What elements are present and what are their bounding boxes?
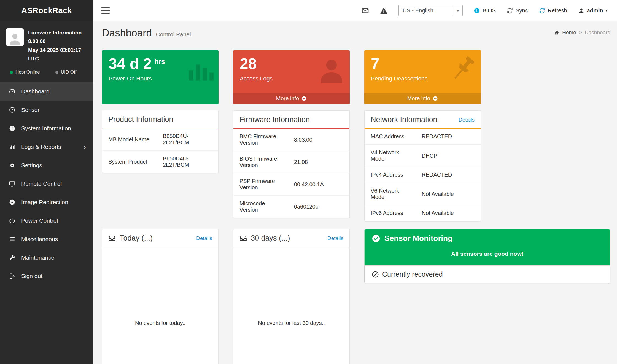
network-information-panel: Network Information Details MAC Address … <box>364 110 481 221</box>
chevron-right-icon: › <box>83 143 86 150</box>
page-subtitle: Control Panel <box>156 31 191 37</box>
sidebar-item-settings[interactable]: Settings <box>0 156 93 174</box>
deassertions-label: Pending Deassertions <box>371 75 474 82</box>
sidebar-menu: Dashboard Sensor System Information Logs… <box>0 82 93 285</box>
sync-icon <box>507 7 513 14</box>
firmware-information-table: BMC Firmware Version 8.03.00 BIOS Firmwa… <box>233 129 349 218</box>
language-select[interactable]: US - English ▾ <box>398 5 463 16</box>
product-information-table: MB Model Name B650D4U-2L2T/BCM System Pr… <box>102 128 218 173</box>
disc-icon <box>8 199 16 206</box>
avatar <box>6 28 24 46</box>
uid-status: UID Off <box>55 69 76 75</box>
sync-button[interactable]: Sync <box>507 7 528 14</box>
user-menu[interactable]: admin ▾ <box>578 7 608 14</box>
table-row: Microcode Version 0a60120c <box>233 196 349 218</box>
page-title: Dashboard <box>102 27 152 39</box>
arrow-circle-right-icon <box>301 96 307 101</box>
power-on-label: Power-On Hours <box>109 75 212 82</box>
refresh-button[interactable]: Refresh <box>539 7 567 14</box>
info-circle-icon <box>474 7 480 14</box>
table-row: MB Model Name B650D4U-2L2T/BCM <box>102 128 218 151</box>
chevron-down-icon: ▾ <box>453 5 462 16</box>
table-row: PSP Firmware Version 00.42.00.1A <box>233 173 349 196</box>
sidebar-item-dashboard[interactable]: Dashboard <box>0 82 93 101</box>
table-row: BMC Firmware Version 8.03.00 <box>233 129 349 151</box>
today-events-panel: Today (...) Details No events for today.… <box>102 229 219 364</box>
uid-off-dot-icon <box>55 71 58 74</box>
sidebar-item-sign-out[interactable]: Sign out <box>0 267 93 285</box>
events-row: Today (...) Details No events for today.… <box>102 229 610 364</box>
bios-button[interactable]: BIOS <box>474 7 496 14</box>
product-information-panel: Product Information MB Model Name B650D4… <box>102 110 219 173</box>
sidebar-item-logs-reports[interactable]: Logs & Reports › <box>0 137 93 156</box>
30-days-details-link[interactable]: Details <box>327 235 343 241</box>
power-on-unit: hrs <box>154 58 165 66</box>
power-on-value: 34 d 2 <box>109 56 152 72</box>
firmware-information-panel: Firmware Information BMC Firmware Versio… <box>233 110 350 218</box>
list-icon <box>8 236 16 242</box>
power-icon <box>8 217 16 224</box>
stat-cards-row: 34 d 2 hrs Power-On Hours 28 Acce <box>102 50 610 104</box>
firmware-information-title: Firmware Information <box>239 115 310 124</box>
gauge-icon <box>8 107 16 113</box>
30-days-events-title: 30 days (...) <box>251 234 290 242</box>
page-header: Dashboard Control Panel Home > Dashboard <box>102 27 610 39</box>
product-information-title: Product Information <box>108 115 173 124</box>
firmware-datetime: May 14 2025 03:01:17 UTC <box>28 46 88 63</box>
breadcrumb: Home > Dashboard <box>554 29 610 36</box>
user-icon <box>8 32 22 46</box>
breadcrumb-home[interactable]: Home <box>562 29 576 36</box>
firmware-version: 8.03.00 <box>28 37 88 45</box>
network-information-title: Network Information <box>371 115 437 124</box>
sidebar-item-system-information[interactable]: System Information <box>0 119 93 137</box>
table-row: V4 Network Mode DHCP <box>365 145 481 167</box>
breadcrumb-current: Dashboard <box>585 29 610 36</box>
sidebar: ASRockRack Firmware Information 8.03.00 … <box>0 0 93 364</box>
today-events-empty: No events for today.. <box>102 247 218 364</box>
app-window: ASRockRack Firmware Information 8.03.00 … <box>0 0 617 364</box>
sidebar-toggle-button[interactable] <box>101 7 110 14</box>
user-icon <box>578 7 584 14</box>
topbar: US - English ▾ BIOS Sync Refresh <box>93 0 617 21</box>
sidebar-item-power-control[interactable]: Power Control <box>0 211 93 230</box>
deassertions-more-info[interactable]: More info <box>364 93 481 104</box>
inbox-icon <box>108 234 116 242</box>
warning-icon[interactable] <box>380 7 387 14</box>
info-circle-icon <box>8 125 16 132</box>
check-circle-outline-icon <box>372 271 379 278</box>
sensor-monitoring-message: All sensors are good now! <box>365 244 610 265</box>
inbox-icon <box>239 234 247 242</box>
pending-deassertions-card: 7 Pending Deassertions More info <box>364 50 481 104</box>
deassertions-value: 7 <box>371 56 379 72</box>
info-panels-row: Product Information MB Model Name B650D4… <box>102 110 610 221</box>
arrow-circle-right-icon <box>433 96 438 101</box>
30-days-events-panel: 30 days (...) Details No events for last… <box>233 229 350 364</box>
firmware-information-link[interactable]: Firmware Information <box>28 28 88 37</box>
network-details-link[interactable]: Details <box>459 117 475 123</box>
bar-chart-icon <box>8 144 16 150</box>
wrench-icon <box>8 254 16 261</box>
access-logs-more-info[interactable]: More info <box>233 93 350 104</box>
power-on-hours-card: 34 d 2 hrs Power-On Hours <box>102 50 219 104</box>
messages-icon[interactable] <box>362 7 369 14</box>
check-circle-icon <box>372 234 380 243</box>
sidebar-item-maintenance[interactable]: Maintenance <box>0 248 93 267</box>
chevron-down-icon: ▾ <box>605 8 608 13</box>
today-details-link[interactable]: Details <box>196 235 212 241</box>
page-title-block: Dashboard Control Panel <box>102 27 191 39</box>
sidebar-item-miscellaneous[interactable]: Miscellaneous <box>0 230 93 248</box>
network-information-table: MAC Address REDACTED V4 Network Mode DHC… <box>365 129 481 221</box>
status-row: Host Online UID Off <box>0 66 93 78</box>
access-logs-card: 28 Access Logs More info <box>233 50 350 104</box>
content: Dashboard Control Panel Home > Dashboard… <box>93 21 617 364</box>
sidebar-item-remote-control[interactable]: Remote Control <box>0 174 93 193</box>
sidebar-item-image-redirection[interactable]: Image Redirection <box>0 193 93 211</box>
table-row: MAC Address REDACTED <box>365 129 481 145</box>
topbar-right: US - English ▾ BIOS Sync Refresh <box>362 5 608 16</box>
brand-logo: ASRockRack <box>0 0 93 21</box>
firmware-meta: Firmware Information 8.03.00 May 14 2025… <box>28 28 88 63</box>
table-row: IPv6 Address Not Available <box>365 205 481 221</box>
access-logs-label: Access Logs <box>240 75 343 82</box>
sidebar-item-sensor[interactable]: Sensor <box>0 101 93 119</box>
host-online-dot-icon <box>10 71 13 74</box>
